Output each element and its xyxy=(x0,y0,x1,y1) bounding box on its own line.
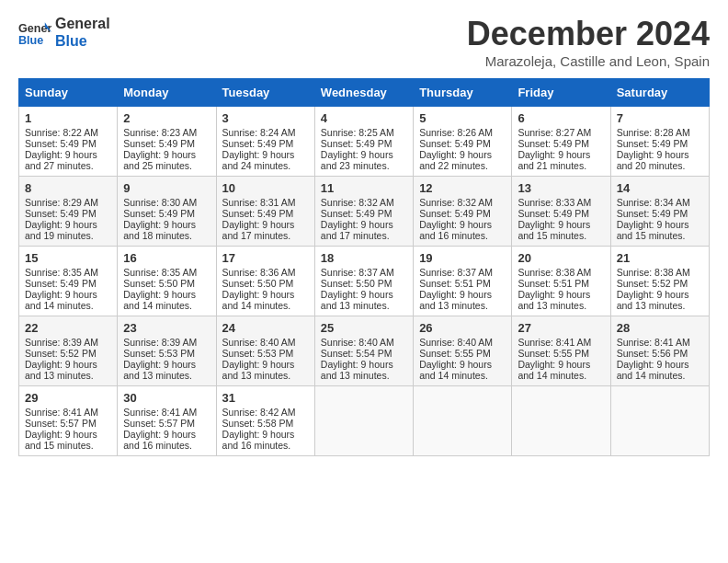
sunrise-label: Sunrise: 8:26 AM xyxy=(419,127,493,138)
day-number: 15 xyxy=(25,251,111,265)
day-number: 27 xyxy=(518,321,604,335)
calendar-cell: 7 Sunrise: 8:28 AM Sunset: 5:49 PM Dayli… xyxy=(610,107,709,177)
daylight-label: Daylight: 9 hours and 17 minutes. xyxy=(321,219,393,241)
daylight-label: Daylight: 9 hours and 18 minutes. xyxy=(123,219,196,241)
sunrise-label: Sunrise: 8:33 AM xyxy=(518,197,591,208)
day-number: 13 xyxy=(518,181,604,195)
calendar-cell: 22 Sunrise: 8:39 AM Sunset: 5:52 PM Dayl… xyxy=(19,316,118,386)
calendar-title: December 2024 xyxy=(467,15,710,53)
sunset-label: Sunset: 5:49 PM xyxy=(123,208,195,219)
calendar-cell: 6 Sunrise: 8:27 AM Sunset: 5:49 PM Dayli… xyxy=(512,107,610,177)
sunset-label: Sunset: 5:49 PM xyxy=(419,138,491,149)
sunset-label: Sunset: 5:53 PM xyxy=(123,348,195,359)
daylight-label: Daylight: 9 hours and 15 minutes. xyxy=(617,219,689,241)
sunset-label: Sunset: 5:49 PM xyxy=(222,208,294,219)
calendar-cell: 16 Sunrise: 8:35 AM Sunset: 5:50 PM Dayl… xyxy=(118,247,216,316)
sunset-label: Sunset: 5:50 PM xyxy=(222,278,294,289)
day-number: 26 xyxy=(419,321,506,335)
sunset-label: Sunset: 5:53 PM xyxy=(222,348,294,359)
sunset-label: Sunset: 5:49 PM xyxy=(321,138,392,149)
calendar-cell: 25 Sunrise: 8:40 AM Sunset: 5:54 PM Dayl… xyxy=(314,316,413,386)
daylight-label: Daylight: 9 hours and 13 minutes. xyxy=(222,359,295,381)
calendar-cell: 15 Sunrise: 8:35 AM Sunset: 5:49 PM Dayl… xyxy=(19,247,118,316)
weekday-header-friday: Friday xyxy=(512,79,610,107)
sunset-label: Sunset: 5:49 PM xyxy=(617,208,688,219)
sunset-label: Sunset: 5:49 PM xyxy=(222,138,294,149)
sunrise-label: Sunrise: 8:41 AM xyxy=(123,407,197,418)
daylight-label: Daylight: 9 hours and 13 minutes. xyxy=(419,289,492,311)
day-number: 1 xyxy=(25,111,111,125)
calendar-cell: 3 Sunrise: 8:24 AM Sunset: 5:49 PM Dayli… xyxy=(216,107,314,177)
calendar-cell: 13 Sunrise: 8:33 AM Sunset: 5:49 PM Dayl… xyxy=(512,177,610,247)
weekday-header-thursday: Thursday xyxy=(414,79,512,107)
daylight-label: Daylight: 9 hours and 14 minutes. xyxy=(518,359,590,381)
calendar-cell: 5 Sunrise: 8:26 AM Sunset: 5:49 PM Dayli… xyxy=(414,107,512,177)
sunset-label: Sunset: 5:50 PM xyxy=(321,278,392,289)
sunset-label: Sunset: 5:49 PM xyxy=(25,278,97,289)
day-number: 18 xyxy=(321,251,407,265)
day-number: 25 xyxy=(321,321,407,335)
weekday-header-tuesday: Tuesday xyxy=(216,79,314,107)
sunset-label: Sunset: 5:49 PM xyxy=(25,208,97,219)
calendar-cell: 31 Sunrise: 8:42 AM Sunset: 5:58 PM Dayl… xyxy=(216,386,314,456)
sunset-label: Sunset: 5:55 PM xyxy=(419,348,491,359)
calendar-cell: 18 Sunrise: 8:37 AM Sunset: 5:50 PM Dayl… xyxy=(314,247,413,316)
day-number: 23 xyxy=(123,321,210,335)
daylight-label: Daylight: 9 hours and 13 minutes. xyxy=(518,289,590,311)
calendar-cell: 27 Sunrise: 8:41 AM Sunset: 5:55 PM Dayl… xyxy=(512,316,610,386)
day-number: 10 xyxy=(222,181,309,195)
day-number: 29 xyxy=(25,391,111,405)
sunset-label: Sunset: 5:56 PM xyxy=(617,348,688,359)
sunrise-label: Sunrise: 8:41 AM xyxy=(518,337,591,348)
daylight-label: Daylight: 9 hours and 14 minutes. xyxy=(123,289,196,311)
sunrise-label: Sunrise: 8:23 AM xyxy=(123,127,197,138)
day-number: 17 xyxy=(222,251,309,265)
sunset-label: Sunset: 5:51 PM xyxy=(518,278,589,289)
daylight-label: Daylight: 9 hours and 13 minutes. xyxy=(617,289,689,311)
daylight-label: Daylight: 9 hours and 17 minutes. xyxy=(222,219,295,241)
day-number: 12 xyxy=(419,181,506,195)
daylight-label: Daylight: 9 hours and 20 minutes. xyxy=(617,149,689,171)
svg-text:Blue: Blue xyxy=(18,34,43,47)
day-number: 21 xyxy=(617,251,703,265)
day-number: 14 xyxy=(617,181,703,195)
daylight-label: Daylight: 9 hours and 16 minutes. xyxy=(419,219,492,241)
sunrise-label: Sunrise: 8:42 AM xyxy=(222,407,296,418)
sunrise-label: Sunrise: 8:41 AM xyxy=(25,407,98,418)
weekday-header-monday: Monday xyxy=(118,79,216,107)
sunset-label: Sunset: 5:57 PM xyxy=(123,418,195,429)
sunrise-label: Sunrise: 8:24 AM xyxy=(222,127,296,138)
day-number: 7 xyxy=(617,111,703,125)
daylight-label: Daylight: 9 hours and 14 minutes. xyxy=(617,359,689,381)
day-number: 19 xyxy=(419,251,506,265)
sunrise-label: Sunrise: 8:27 AM xyxy=(518,127,591,138)
calendar-cell: 2 Sunrise: 8:23 AM Sunset: 5:49 PM Dayli… xyxy=(118,107,216,177)
calendar-cell: 24 Sunrise: 8:40 AM Sunset: 5:53 PM Dayl… xyxy=(216,316,314,386)
calendar-cell xyxy=(610,386,709,456)
sunset-label: Sunset: 5:49 PM xyxy=(518,208,589,219)
day-number: 30 xyxy=(123,391,210,405)
sunset-label: Sunset: 5:52 PM xyxy=(25,348,97,359)
day-number: 9 xyxy=(123,181,210,195)
sunrise-label: Sunrise: 8:32 AM xyxy=(321,197,394,208)
calendar-cell: 26 Sunrise: 8:40 AM Sunset: 5:55 PM Dayl… xyxy=(414,316,512,386)
sunset-label: Sunset: 5:58 PM xyxy=(222,418,294,429)
sunrise-label: Sunrise: 8:22 AM xyxy=(25,127,98,138)
day-number: 4 xyxy=(321,111,407,125)
sunrise-label: Sunrise: 8:29 AM xyxy=(25,197,98,208)
daylight-label: Daylight: 9 hours and 21 minutes. xyxy=(518,149,590,171)
daylight-label: Daylight: 9 hours and 14 minutes. xyxy=(222,289,295,311)
sunrise-label: Sunrise: 8:38 AM xyxy=(518,267,591,278)
logo: General Blue General Blue xyxy=(18,15,110,50)
daylight-label: Daylight: 9 hours and 15 minutes. xyxy=(25,429,97,451)
header: General Blue General Blue December 2024 … xyxy=(18,15,710,69)
logo-icon: General Blue xyxy=(18,16,51,49)
calendar-cell xyxy=(414,386,512,456)
day-number: 3 xyxy=(222,111,309,125)
sunrise-label: Sunrise: 8:40 AM xyxy=(419,337,493,348)
daylight-label: Daylight: 9 hours and 13 minutes. xyxy=(25,359,97,381)
daylight-label: Daylight: 9 hours and 23 minutes. xyxy=(321,149,393,171)
day-number: 31 xyxy=(222,391,309,405)
sunrise-label: Sunrise: 8:30 AM xyxy=(123,197,197,208)
sunrise-label: Sunrise: 8:37 AM xyxy=(321,267,394,278)
